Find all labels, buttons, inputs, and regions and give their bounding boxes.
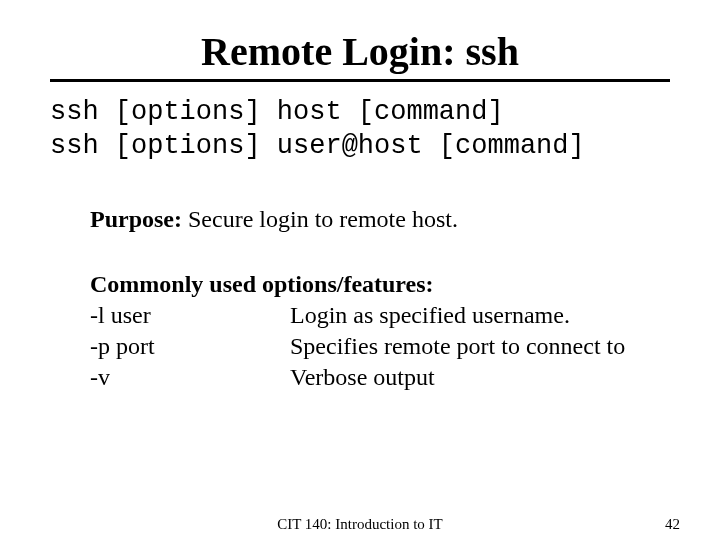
- table-row: -p port Specifies remote port to connect…: [90, 331, 625, 362]
- table-row: -v Verbose output: [90, 362, 625, 393]
- syntax-block: ssh [options] host [command] ssh [option…: [50, 96, 670, 164]
- option-desc: Verbose output: [290, 362, 625, 393]
- table-row: -l user Login as specified username.: [90, 300, 625, 331]
- option-flag: -v: [90, 362, 290, 393]
- option-desc: Login as specified username.: [290, 300, 625, 331]
- option-flag: -l user: [90, 300, 290, 331]
- syntax-line-1: ssh [options] host [command]: [50, 97, 504, 127]
- options-section: Commonly used options/features: -l user …: [90, 269, 670, 394]
- option-desc: Specifies remote port to connect to: [290, 331, 625, 362]
- options-heading: Commonly used options/features:: [90, 269, 670, 300]
- syntax-line-2: ssh [options] user@host [command]: [50, 131, 585, 161]
- purpose-label: Purpose:: [90, 206, 182, 232]
- slide: Remote Login: ssh ssh [options] host [co…: [0, 0, 720, 540]
- body-content: Purpose: Secure login to remote host. Co…: [90, 204, 670, 394]
- slide-title: Remote Login: ssh: [50, 28, 670, 75]
- footer-course: CIT 140: Introduction to IT: [0, 516, 720, 533]
- options-table: -l user Login as specified username. -p …: [90, 300, 625, 394]
- title-underline: [50, 79, 670, 82]
- purpose-line: Purpose: Secure login to remote host.: [90, 204, 670, 235]
- page-number: 42: [665, 516, 680, 533]
- option-flag: -p port: [90, 331, 290, 362]
- purpose-text: Secure login to remote host.: [182, 206, 458, 232]
